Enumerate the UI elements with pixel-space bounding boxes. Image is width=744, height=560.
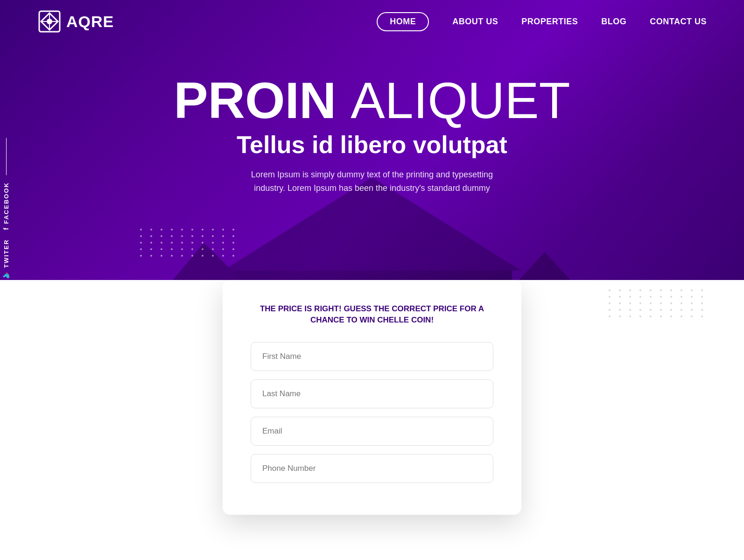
nav-contact[interactable]: CONTACT US: [650, 17, 707, 27]
hero-title-bold: PROIN: [174, 71, 336, 129]
twitter-icon: 🐦: [2, 271, 10, 280]
header: AQRE HOME ABOUT US PROPERTIES BLOG CONTA…: [0, 0, 744, 43]
social-line: [6, 138, 7, 175]
email-input[interactable]: [251, 417, 493, 446]
twitter-link[interactable]: 🐦 TWITER: [0, 237, 12, 282]
hero-title: PROIN ALIQUET: [174, 75, 570, 126]
facebook-link[interactable]: f FACEBOOK: [0, 180, 12, 232]
logo[interactable]: AQRE: [37, 9, 114, 34]
nav-properties[interactable]: PROPERTIES: [521, 17, 578, 27]
nav-blog[interactable]: BLOG: [601, 17, 626, 27]
facebook-icon: f: [2, 227, 10, 230]
hero-content: PROIN ALIQUET Tellus id libero volutpat …: [174, 75, 570, 195]
hero-subtitle: Tellus id libero volutpat: [174, 131, 570, 159]
hero-title-light: ALIQUET: [351, 71, 570, 129]
last-name-input[interactable]: [251, 379, 493, 408]
logo-text: AQRE: [66, 13, 114, 31]
svg-point-2: [47, 19, 52, 24]
nav-home[interactable]: HOME: [377, 12, 429, 31]
dots-decoration-left: [140, 229, 238, 257]
triangle-bottom-right: [651, 327, 744, 420]
form-title: THE PRICE IS RIGHT! GUESS THE CORRECT PR…: [251, 303, 493, 326]
triangle-bottom-left: [0, 303, 117, 420]
logo-icon: [37, 9, 62, 34]
first-name-input[interactable]: [251, 342, 493, 371]
social-sidebar: f FACEBOOK 🐦 TWITER: [0, 138, 12, 282]
nav-about[interactable]: ABOUT US: [452, 17, 498, 27]
form-card: THE PRICE IS RIGHT! GUESS THE CORRECT PR…: [223, 280, 521, 515]
hero-description: Lorem Ipsum is simply dummy text of the …: [241, 168, 503, 195]
main-nav: HOME ABOUT US PROPERTIES BLOG CONTACT US: [377, 12, 707, 31]
phone-input[interactable]: [251, 454, 493, 483]
